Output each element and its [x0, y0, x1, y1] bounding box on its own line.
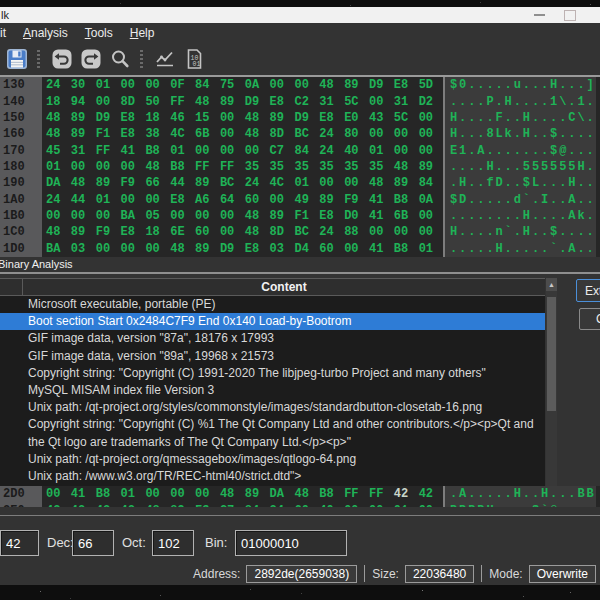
hex-byte[interactable]: 00 [419, 504, 444, 507]
hex-byte[interactable]: 00 [96, 160, 121, 174]
hex-byte[interactable]: D0 [344, 209, 369, 223]
hex-byte[interactable]: C2 [294, 95, 319, 109]
bin-value-field[interactable] [235, 530, 347, 556]
hex-byte[interactable]: 01 [394, 504, 419, 507]
hex-byte[interactable]: 80 [344, 127, 369, 141]
hex-byte[interactable]: F1 [294, 209, 319, 223]
hex-byte[interactable]: 48 [394, 160, 419, 174]
hex-byte[interactable]: 01 [96, 78, 121, 92]
hex-byte[interactable]: 00 [394, 127, 419, 141]
hex-byte[interactable]: E8 [394, 78, 419, 92]
hex-byte[interactable]: 6B [195, 127, 220, 141]
hex-byte[interactable]: 00 [270, 193, 295, 207]
hex-byte[interactable]: 66 [145, 176, 170, 190]
hex-byte[interactable]: 89 [71, 225, 96, 239]
hex-byte[interactable]: 49 [294, 193, 319, 207]
hex-byte[interactable]: 94 [71, 95, 96, 109]
hex-byte[interactable]: 0F [170, 78, 195, 92]
hex-byte[interactable]: B8 [170, 160, 195, 174]
hex-byte[interactable]: 48 [195, 95, 220, 109]
hex-byte[interactable]: 8D [270, 225, 295, 239]
hex-ascii[interactable]: $D.....d`.I..A.. [445, 192, 596, 208]
hex-byte[interactable]: 60 [319, 242, 344, 256]
vertical-scrollbar[interactable]: ▲ [546, 278, 557, 486]
hex-byte[interactable]: 89 [195, 176, 220, 190]
analysis-row[interactable]: Unix path: /qt-project.org/qmessagebox/i… [0, 451, 545, 468]
hex-byte[interactable]: F9 [344, 193, 369, 207]
hex-byte[interactable]: 89 [270, 111, 295, 125]
hex-byte[interactable]: 00 [294, 78, 319, 92]
hex-byte[interactable]: 89 [220, 95, 245, 109]
oct-value-field[interactable] [152, 530, 194, 556]
hex-ascii[interactable]: H...8Lk.H..$.... [445, 126, 596, 142]
hex-byte[interactable]: FF [220, 160, 245, 174]
hex-byte[interactable]: 00 [220, 209, 245, 223]
hex-byte[interactable]: 00 [270, 78, 295, 92]
hex-byte[interactable]: D9 [245, 95, 270, 109]
hex-byte[interactable]: 01 [46, 160, 71, 174]
menu-item-help[interactable]: Help [130, 26, 155, 40]
hex-bytes[interactable]: 4889F1E8384C6B00488DBC2480000000 [42, 126, 443, 142]
hex-byte[interactable]: 42 [71, 504, 96, 507]
hex-byte[interactable]: 60 [245, 193, 270, 207]
hex-byte[interactable]: FF [96, 144, 121, 158]
hex-byte[interactable]: 5C [344, 95, 369, 109]
hex-byte[interactable]: FF [344, 487, 369, 501]
scroll-up-icon[interactable]: ▲ [546, 278, 557, 291]
hex-byte[interactable]: F3 [195, 504, 220, 507]
hex-ascii[interactable]: ........H....Ak. [445, 208, 596, 224]
hex-byte[interactable]: 00 [369, 225, 394, 239]
hex-byte[interactable]: 00 [419, 144, 444, 158]
hex-byte[interactable]: 00 [369, 95, 394, 109]
hex-byte[interactable]: 00 [394, 144, 419, 158]
hex-byte[interactable]: F9 [96, 225, 121, 239]
table-header[interactable]: Content [0, 278, 545, 296]
hex-byte[interactable]: 24 [46, 193, 71, 207]
hex-ascii[interactable]: BBBBH....$`@.... [445, 502, 596, 507]
hex-byte[interactable]: 35 [294, 160, 319, 174]
hex-byte[interactable]: D9 [220, 242, 245, 256]
hex-byte[interactable]: 35 [245, 160, 270, 174]
hex-byte[interactable]: 0A [245, 78, 270, 92]
hex-byte[interactable]: 48 [170, 242, 195, 256]
hex-byte[interactable]: 48 [46, 111, 71, 125]
hex-byte[interactable]: 00 [195, 487, 220, 501]
hex-byte[interactable]: E8 [270, 95, 295, 109]
hex-byte[interactable]: 31 [71, 144, 96, 158]
hex-byte[interactable]: 43 [369, 111, 394, 125]
hex-byte[interactable]: 00 [419, 209, 444, 223]
hex-byte[interactable]: 00 [46, 487, 71, 501]
hex-byte[interactable]: 00 [121, 193, 146, 207]
hex-byte[interactable]: F9 [121, 176, 146, 190]
hex-bytes[interactable]: 24300100000F84750A00004889D9E85D [42, 77, 443, 93]
hex-byte[interactable]: F1 [96, 127, 121, 141]
hex-byte[interactable]: 00 [369, 504, 394, 507]
hex-byte[interactable]: 89 [96, 176, 121, 190]
hex-byte[interactable]: 00 [96, 95, 121, 109]
hex-byte[interactable]: 48 [46, 127, 71, 141]
hex-byte[interactable]: 42 [394, 487, 419, 501]
hex-byte[interactable]: 00 [145, 78, 170, 92]
hex-byte[interactable]: 84 [419, 176, 444, 190]
analysis-row[interactable]: Unix path: /qt-project.org/styles/common… [0, 399, 545, 416]
hex-byte[interactable]: 84 [294, 144, 319, 158]
hex-byte[interactable]: 5C [394, 111, 419, 125]
hex-byte[interactable]: 41 [369, 209, 394, 223]
hex-byte[interactable]: 40 [319, 504, 344, 507]
hex-byte[interactable]: 18 [46, 95, 71, 109]
hex-byte[interactable]: B8 [145, 144, 170, 158]
hex-byte[interactable]: 24 [46, 78, 71, 92]
hex-byte[interactable]: 89 [394, 176, 419, 190]
hex-ascii[interactable]: H....F..H....C\. [445, 110, 596, 126]
save-button[interactable] [5, 47, 29, 71]
redo-button[interactable] [79, 47, 103, 71]
hex-byte[interactable]: 35 [270, 160, 295, 174]
hex-byte[interactable]: BC [294, 127, 319, 141]
hex-byte[interactable]: 89 [245, 487, 270, 501]
hex-byte[interactable]: E0 [344, 111, 369, 125]
hex-byte[interactable]: 24 [319, 225, 344, 239]
hex-byte[interactable]: 40 [344, 144, 369, 158]
hex-bytes[interactable]: 0041B8010000004889DA48B8FFFF4242 [42, 486, 443, 502]
table-header-content[interactable]: Content [23, 279, 545, 295]
hex-byte[interactable]: 00 [344, 504, 369, 507]
